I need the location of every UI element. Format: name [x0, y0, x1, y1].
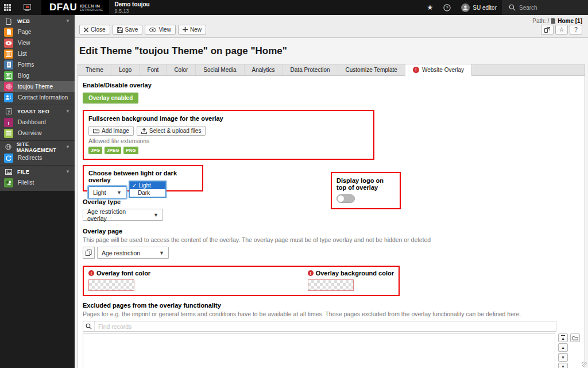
doc-header: Close Save View New Path: / Home [1] [75, 15, 588, 38]
save-button[interactable]: Save [113, 25, 143, 34]
tab-alert-icon: ! [413, 67, 419, 73]
sidebar-item-filelist[interactable]: Filelist [0, 177, 75, 188]
add-image-button[interactable]: Add image [88, 126, 134, 136]
font-color-label: Overlay font color [96, 270, 150, 277]
help-button[interactable]: ? [570, 25, 582, 34]
bgimage-label: Fullscreen background image for the over… [88, 115, 369, 122]
sidebar-item-redirects[interactable]: Redirects [0, 152, 75, 163]
chevron-down-icon: ▼ [65, 18, 70, 24]
enable-overlay-label: Enable/Disable overlay [83, 82, 580, 89]
tab-theme[interactable]: Theme [78, 64, 111, 75]
sidebar-item-toujou-theme[interactable]: toujou Theme [0, 81, 75, 92]
sidebar-item-list[interactable]: List [0, 48, 75, 59]
tab-font[interactable]: Font [140, 64, 167, 75]
move-to-top-button[interactable]: ▲ [558, 334, 568, 342]
overview-module-icon [4, 129, 13, 138]
resize-handle[interactable] [582, 362, 587, 367]
avatar [461, 3, 470, 12]
display-logo-toggle[interactable] [336, 194, 355, 203]
sidebar: WEB ▼ Page View List Forms Blog [0, 15, 75, 368]
content-area: Close Save View New Path: / Home [1] [75, 15, 588, 368]
page-icon [551, 18, 556, 24]
open-in-new-window-button[interactable] [541, 25, 554, 34]
overlay-enabled-toggle-button[interactable]: Overlay enabled [83, 93, 138, 103]
toolbar-search[interactable]: Search [502, 0, 588, 15]
svg-text:y: y [7, 109, 10, 114]
extension-badge: JPEG [105, 147, 121, 154]
overlay-type-select[interactable]: Age restriction overlay ▼ [83, 209, 163, 221]
move-down-button[interactable]: ▼ [558, 353, 568, 362]
tab-bar: Theme Logo Font Color Social Media Analy… [78, 64, 585, 75]
folder-icon [93, 128, 99, 133]
sidebar-header-site-management[interactable]: SITE MANAGEMENT ▼ [0, 141, 75, 152]
web-section-icon [5, 18, 13, 25]
monitor-icon[interactable] [20, 0, 34, 15]
browse-folder-button[interactable] [570, 334, 580, 342]
brand-logo-text: DFAU [49, 2, 77, 13]
chevron-down-icon: ▼ [65, 109, 70, 114]
site-info: Demo toujou 9.5.13 [115, 1, 150, 14]
bookmark-button[interactable]: ☆ [555, 25, 568, 34]
view-button[interactable]: View [145, 25, 176, 34]
sidebar-section-web: WEB ▼ Page View List Forms Blog [0, 15, 75, 105]
select-upload-files-button[interactable]: Select & upload files [137, 126, 206, 136]
sidebar-header-yoast-seo[interactable]: y YOAST SEO ▼ [0, 106, 75, 117]
plus-icon [183, 27, 188, 32]
sidebar-item-forms[interactable]: Forms [0, 59, 75, 70]
find-records-input[interactable] [95, 323, 556, 330]
sidebar-header-file[interactable]: FILE ▼ [0, 166, 75, 177]
dropdown-option-light[interactable]: ✓ Light [130, 182, 165, 189]
overlay-background-color-input[interactable] [308, 279, 354, 291]
light-dark-select[interactable]: Light ▼ [88, 186, 126, 198]
user-menu[interactable]: SU editor [456, 0, 502, 15]
display-logo-label: Display logo on top of overlay [336, 177, 395, 191]
search-icon [83, 321, 95, 331]
sidebar-item-page[interactable]: Page [0, 26, 75, 37]
image-icon [5, 169, 13, 175]
overlay-page-select[interactable]: Age restriction ▼ [97, 247, 169, 259]
bookmark-star-icon[interactable]: ★ [422, 0, 439, 15]
redirects-module-icon [4, 154, 13, 163]
open-in-new-icon [544, 27, 550, 33]
annotation-box-colors: ! Overlay font color ! Overlay backgroun… [83, 266, 400, 296]
sidebar-item-contact-information[interactable]: Contact Information [0, 92, 75, 103]
sidebar-item-view[interactable]: View [0, 37, 75, 48]
brand-logo: DFAU IDEEN IN ENTWICKLUNG [41, 0, 109, 15]
tab-color[interactable]: Color [167, 64, 196, 75]
tab-logo[interactable]: Logo [111, 64, 140, 75]
top-bar: DFAU IDEEN IN ENTWICKLUNG Demo toujou 9.… [0, 0, 588, 15]
theme-module-icon [4, 82, 13, 91]
tab-website-overlay[interactable]: ! Website Overlay [405, 64, 472, 76]
help-icon[interactable]: ? [438, 0, 456, 15]
page-title: Edit Theme "toujou Theme" on page "Home" [79, 45, 583, 57]
chevron-down-icon: ▼ [153, 212, 158, 218]
allowed-extensions-label: Allowed file extensions [88, 137, 369, 144]
module-menu-toggle-icon[interactable] [0, 0, 15, 15]
forms-module-icon [4, 60, 13, 70]
breadcrumb-page[interactable]: Home [1] [558, 18, 582, 24]
excluded-pages-label: Excluded pages from the overlay function… [83, 302, 580, 309]
sidebar-header-web[interactable]: WEB ▼ [0, 16, 75, 26]
excluded-pages-listbox[interactable] [83, 334, 555, 368]
tab-data-protection[interactable]: Data Protection [283, 64, 338, 75]
sidebar-section-site-management: SITE MANAGEMENT ▼ Redirects [0, 141, 75, 166]
record-browser-button[interactable] [83, 247, 95, 259]
blog-module-icon [4, 71, 13, 80]
dropdown-option-dark[interactable]: Dark [130, 189, 165, 197]
chevron-down-icon: ▼ [117, 190, 122, 195]
tab-social-media[interactable]: Social Media [196, 64, 244, 75]
move-to-bottom-button[interactable]: ▼ [558, 363, 568, 368]
move-up-button[interactable]: ▲ [558, 343, 568, 352]
tab-customize-template[interactable]: Customize Template [338, 64, 405, 75]
sidebar-item-overview[interactable]: Overview [0, 128, 75, 139]
close-icon [84, 28, 88, 32]
sidebar-section-file: FILE ▼ Filelist [0, 166, 75, 190]
sidebar-item-blog[interactable]: Blog [0, 70, 75, 81]
folder-icon [572, 336, 578, 340]
close-button[interactable]: Close [79, 25, 110, 34]
tab-analytics[interactable]: Analytics [245, 64, 283, 75]
new-button[interactable]: New [178, 25, 206, 34]
overlay-font-color-input[interactable] [88, 279, 134, 291]
annotation-box-background-image: Fullscreen background image for the over… [83, 110, 374, 160]
sidebar-item-dashboard[interactable]: i Dashboard [0, 117, 75, 128]
